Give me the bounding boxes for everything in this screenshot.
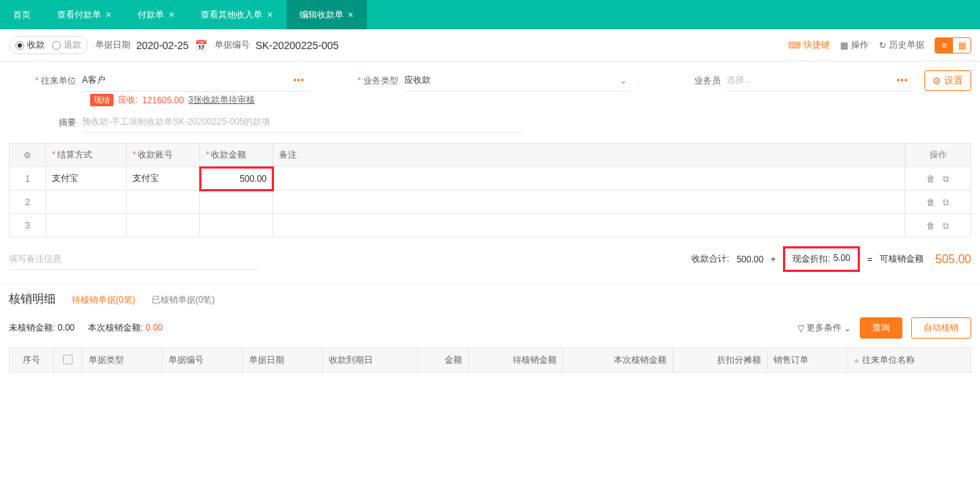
receivable-value: 121605.00 [142, 95, 184, 106]
subtab-done[interactable]: 已核销单据(0笔) [152, 294, 215, 306]
verifiable-value: 505.00 [935, 253, 971, 266]
filter-icon: ▽ [798, 323, 804, 333]
history-icon: ↻ [879, 40, 886, 51]
salesman-label: 业务员 [653, 75, 727, 87]
grid-icon: ▦ [840, 40, 848, 51]
doc-date-label: 单据日期 [95, 39, 130, 51]
delete-icon[interactable]: 🗑 [927, 197, 935, 207]
col-check [53, 348, 83, 373]
tab-home[interactable]: 首页 [0, 0, 44, 29]
sum-label: 收款合计: [691, 253, 729, 265]
gear-header[interactable]: ⚙ [10, 144, 46, 167]
table-row[interactable]: 2 🗑⧉ [10, 191, 971, 214]
col-seq: 序号 [10, 348, 53, 373]
col-account: 收款账号 [127, 144, 200, 167]
pending-audit-link[interactable]: 3张收款单待审核 [188, 94, 255, 106]
tab-view-pay[interactable]: 查看付款单× [44, 0, 125, 29]
receivable-label: 应收: [118, 94, 138, 106]
doc-toolbar: 收款 退款 单据日期 2020-02-25 📅 单据编号 SK-20200225… [0, 29, 980, 62]
discount-label: 现金折扣: [792, 253, 830, 265]
col-due[interactable]: 收款到期日 [323, 348, 418, 373]
verifiable-label: 可核销金额 [880, 253, 924, 265]
chevron-down-icon: ⌄ [844, 323, 851, 333]
view-switch: ≡ ▦ [935, 37, 971, 54]
this-verify-label: 本次核销金额: [88, 322, 143, 333]
customer-label: 往来单位 [9, 75, 82, 87]
summary-label: 摘要 [9, 117, 82, 129]
sum-value: 500.00 [737, 254, 764, 265]
close-icon[interactable]: × [267, 9, 272, 21]
more-icon[interactable]: ••• [897, 75, 908, 86]
cash-settle-badge: 现结 [90, 94, 114, 106]
calendar-icon[interactable]: 📅 [195, 40, 207, 51]
auto-verify-button[interactable]: 自动核销 [911, 317, 971, 339]
gear-icon: ⚙ [932, 75, 941, 86]
col-this-amt[interactable]: 本次核销金额 [563, 348, 673, 373]
operate-link[interactable]: ▦操作 [840, 39, 869, 51]
col-doc-date[interactable]: 单据日期 [242, 348, 322, 373]
shortcut-link[interactable]: ⌨快捷键 [788, 39, 830, 51]
detail-grid: 序号 单据类型 单据编号 单据日期 收款到期日 金额 待核销金额 本次核销金额 … [9, 347, 971, 373]
doc-no-value: SK-20200225-005 [256, 40, 339, 51]
view-list-icon[interactable]: ≡ [935, 38, 953, 53]
discount-value[interactable]: 5.00 [834, 253, 850, 265]
col-party[interactable]: ◆往来单位名称 [847, 348, 970, 373]
detail-grid-body [9, 373, 971, 461]
biz-type-select[interactable]: 应收款⌄ [404, 70, 631, 92]
close-icon[interactable]: × [168, 9, 174, 21]
discount-box: 现金折扣: 5.00 [783, 246, 860, 272]
chevron-down-icon: ⌄ [620, 75, 627, 86]
copy-icon[interactable]: ⧉ [943, 221, 949, 231]
col-op: 操作 [905, 144, 971, 167]
payment-grid: ⚙ 结算方式 收款账号 收款金额 备注 操作 1 支付宝 支付宝 500.00 … [9, 143, 971, 237]
table-row[interactable]: 1 支付宝 支付宝 500.00 🗑⧉ [10, 167, 971, 191]
col-doc-no[interactable]: 单据编号 [163, 348, 242, 373]
col-amount[interactable]: 金额 [417, 348, 468, 373]
col-remark: 备注 [273, 144, 905, 167]
this-verify-value: 0.00 [146, 322, 163, 333]
col-pending-amt[interactable]: 待核销金额 [468, 348, 563, 373]
salesman-select[interactable]: 选择...••• [727, 70, 913, 92]
remark-input[interactable]: 填写备注信息 [9, 249, 258, 270]
keyboard-icon: ⌨ [788, 40, 801, 51]
copy-icon[interactable]: ⧉ [943, 174, 949, 184]
tab-pay[interactable]: 付款单× [125, 0, 188, 29]
cell-remark[interactable] [273, 167, 905, 191]
delete-icon[interactable]: 🗑 [927, 174, 935, 184]
more-icon[interactable]: ••• [293, 75, 305, 86]
table-row[interactable]: 3 🗑⧉ [10, 214, 971, 237]
filter-link[interactable]: ▽更多条件 ⌄ [798, 322, 851, 334]
doc-no-label: 单据编号 [215, 39, 250, 51]
biz-type-label: 业务类型 [331, 75, 404, 87]
history-link[interactable]: ↻历史单据 [879, 39, 924, 51]
detail-title: 核销明细 [9, 292, 56, 307]
col-settle: 结算方式 [46, 144, 127, 167]
delete-icon[interactable]: 🗑 [927, 221, 935, 231]
settings-button[interactable]: ⚙设置 [924, 70, 971, 91]
col-disc-share[interactable]: 折扣分摊额 [672, 348, 768, 373]
cell-amount[interactable]: 500.00 [200, 167, 273, 191]
close-icon[interactable]: × [105, 9, 111, 21]
summary-input[interactable]: 预收款-手工填制收款单SK-20200225-005的款项 [82, 112, 521, 133]
cell-account[interactable]: 支付宝 [127, 167, 200, 191]
col-type[interactable]: 单据类型 [83, 348, 163, 373]
sort-icon[interactable]: ◆ [854, 357, 859, 364]
tab-edit-receipt[interactable]: 编辑收款单× [286, 0, 367, 29]
unverified-value: 0.00 [58, 322, 75, 333]
copy-icon[interactable]: ⧉ [943, 197, 949, 207]
checkbox-all[interactable] [63, 355, 73, 364]
query-button[interactable]: 查询 [860, 317, 902, 339]
subtab-pending[interactable]: 待核销单据(0笔) [72, 294, 136, 306]
doc-type-receipt[interactable]: 收款 [15, 39, 45, 51]
close-icon[interactable]: × [348, 9, 354, 21]
tab-view-other[interactable]: 查看其他收入单× [188, 0, 286, 29]
doc-type-switch: 收款 退款 [9, 36, 88, 54]
unverified-label: 未核销金额: [9, 322, 55, 333]
customer-select[interactable]: A客户••• [82, 70, 309, 92]
view-grid-icon[interactable]: ▦ [953, 38, 970, 53]
doc-type-refund[interactable]: 退款 [52, 39, 81, 51]
col-order[interactable]: 销售订单 [768, 348, 847, 373]
doc-date-value[interactable]: 2020-02-25 [136, 40, 189, 51]
cell-settle[interactable]: 支付宝 [46, 167, 127, 191]
top-tabs: 首页 查看付款单× 付款单× 查看其他收入单× 编辑收款单× [0, 0, 980, 29]
